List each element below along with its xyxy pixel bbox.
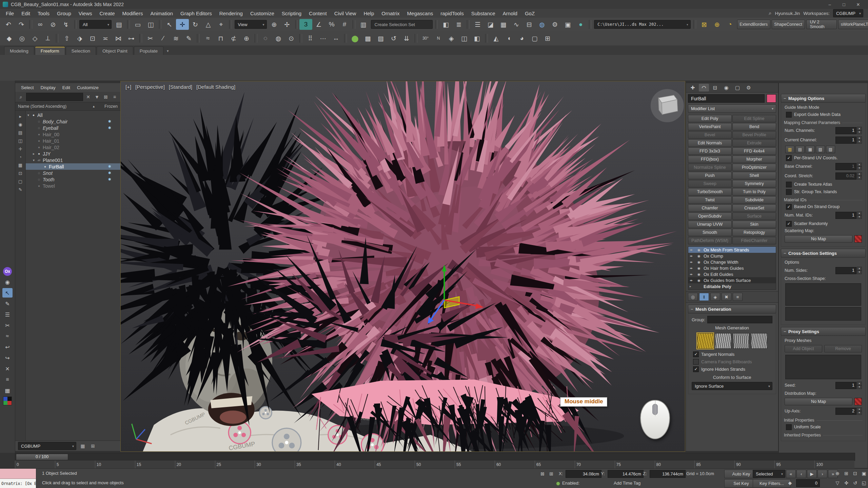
select-strands-icon[interactable]: ↖ <box>2 288 13 298</box>
cross-section-rollout-header[interactable]: − Cross-Section Settings <box>781 249 866 258</box>
macro-sworkplane-button[interactable]: sWorkPlaneLT <box>838 20 868 29</box>
separator[interactable] <box>589 20 592 29</box>
explorer-display-toggle-icon[interactable]: ▦ <box>79 442 86 450</box>
cut-icon[interactable]: ✂ <box>144 33 157 44</box>
separator[interactable] <box>29 20 32 29</box>
distribution-map-swatch[interactable] <box>854 398 862 405</box>
time-slider[interactable]: 0 / 100 <box>15 453 855 461</box>
unlink-selection-icon[interactable]: ⊘ <box>47 19 60 30</box>
stack-ox-guides-from-surface[interactable]: ◂▸ ◉ Ox Guides from Surface <box>688 277 776 283</box>
visibility-icon[interactable]: ◉ <box>697 248 702 252</box>
utilities-tab-icon[interactable]: ⚙ <box>744 84 754 92</box>
channel-uv-icon[interactable]: ▥ <box>785 146 794 153</box>
expand-arrow-icon[interactable]: ▾ <box>31 158 36 162</box>
select-and-scale-icon[interactable]: △ <box>202 19 215 30</box>
macro-shapeconnect-button[interactable]: ShapeConnect <box>772 20 805 29</box>
target-weld-icon[interactable]: ⊶ <box>125 33 138 44</box>
configure-modifier-sets-icon[interactable]: ≡ <box>733 293 743 301</box>
tangent-normals-checkbox[interactable]: ✓ Tangent Normals <box>688 350 776 358</box>
separator[interactable] <box>353 20 355 29</box>
mirror-icon[interactable]: ◧ <box>439 19 452 30</box>
unwrap-uvw-icon[interactable]: ▨ <box>374 33 387 44</box>
orbit-icon[interactable]: ↺ <box>851 479 859 487</box>
delete-strands-icon[interactable]: ✕ <box>2 364 13 373</box>
strand-group-texture-islands-checkbox[interactable]: Str. Group Tex. Islands <box>781 188 865 196</box>
explorer-tool-icon[interactable]: ▢ <box>17 178 24 185</box>
mod-skin-button[interactable]: Skin <box>732 221 776 228</box>
mirror-geometry-icon[interactable]: ◧ <box>471 33 484 44</box>
explorer-tool-icon[interactable]: ✛ <box>17 145 24 152</box>
soft-selection-icon[interactable]: ◎ <box>16 33 28 44</box>
proxy-mesh-list[interactable] <box>785 355 861 379</box>
extrude-icon[interactable]: ⇧ <box>60 33 73 44</box>
mod-subdivide-button[interactable]: Subdivide <box>732 196 776 204</box>
hair-cut-icon[interactable]: ✂ <box>2 321 13 330</box>
expand-arrow-icon[interactable]: ▾ <box>26 113 31 117</box>
stack-toggle-icon[interactable]: ◂▸ <box>690 266 696 270</box>
item-all[interactable]: ▾ ● All <box>26 112 120 118</box>
toggle-layer-explorer-icon[interactable]: ◪ <box>484 19 497 30</box>
item-hair-02[interactable]: ● Hair_02 <box>26 144 120 150</box>
listener-line[interactable]: Ornatrix: [Ox E <box>0 479 36 488</box>
viewport-menu-shading[interactable]: [Default Shading] <box>196 84 235 90</box>
swiftloop-icon[interactable]: ≋ <box>170 33 182 44</box>
explorer-tool-icon[interactable]: ▤ <box>17 129 24 136</box>
distribution-map-button[interactable]: No Map <box>785 398 852 405</box>
current-frame-field[interactable]: 0 <box>796 479 820 487</box>
create-selection-set-field[interactable]: Create Selection Set <box>371 20 433 29</box>
mod-push-button[interactable]: Push <box>688 172 732 179</box>
previous-frame-icon[interactable]: ‹ <box>796 470 806 478</box>
mesh-generation-rollout-header[interactable]: − Mesh Generation <box>688 305 776 313</box>
color-swatches[interactable] <box>3 396 12 405</box>
undo-brush-icon[interactable]: ↩ <box>2 342 13 352</box>
color-palette-icon[interactable]: ▦ <box>2 386 13 395</box>
key-mode-toggle-icon[interactable]: ◆ <box>786 479 794 487</box>
viewport-canvas[interactable]: CGBUMPCGBUMPCGBUMP <box>121 81 685 451</box>
material-editor-icon[interactable]: ◍ <box>536 19 549 30</box>
explorer-workspace-dropdown[interactable]: CGBUMP <box>18 442 76 450</box>
select-object-icon[interactable]: ↖ <box>163 19 176 30</box>
visibility-icon[interactable]: ◉ <box>697 260 702 264</box>
explorer-tool-icon[interactable]: ✎ <box>17 186 24 193</box>
toggle-ribbon-icon[interactable]: ▦ <box>497 19 510 30</box>
mod-pathdeform-wsm-button[interactable]: PathDeform (WSM) <box>688 237 732 244</box>
snaps-toggle-icon[interactable]: 3 <box>299 19 312 30</box>
mod-surface-button[interactable]: Surface <box>732 212 776 220</box>
scattering-map-button[interactable]: No Map <box>785 235 852 243</box>
seed-spinner[interactable]: 1 ▲▼ <box>835 382 862 389</box>
spacing-tool-icon[interactable]: ⋯ <box>317 33 330 44</box>
visibility-icon[interactable]: ◉ <box>697 272 702 276</box>
separator[interactable] <box>127 20 130 29</box>
menu-customize[interactable]: Customize <box>246 11 278 16</box>
item-hair-01[interactable]: ● Hair_01 <box>26 138 120 144</box>
stack-ox-mesh-from-strands[interactable]: ◂▸ ◉ Ox Mesh From Strands <box>688 247 776 253</box>
add-object-button[interactable]: Add Object <box>785 345 822 352</box>
paint-connect-icon[interactable]: ✎ <box>182 33 195 44</box>
explorer-filter-icon[interactable]: ▼ <box>93 93 101 101</box>
object-name-field[interactable]: FurBall <box>688 94 765 103</box>
user-account[interactable]: Hyunsuk.Jin <box>775 11 800 16</box>
play-icon[interactable]: ▶ <box>807 470 817 478</box>
explorer-tool-icon[interactable]: ◫ <box>17 137 24 144</box>
menu-arnold[interactable]: Arnold <box>499 11 521 16</box>
tab-populate[interactable]: Populate <box>134 46 163 55</box>
render-production-icon[interactable]: ● <box>574 19 587 30</box>
mesh-preview-cylindrical-icon[interactable] <box>697 333 713 349</box>
create-tab-icon[interactable]: ✚ <box>688 84 698 92</box>
menu-create[interactable]: Create <box>96 11 119 16</box>
normal-constraint-icon[interactable]: ⟂ <box>41 33 54 44</box>
explorer-tool-icon[interactable]: ◉ <box>17 121 24 128</box>
skin-wrap-icon[interactable]: ◖ <box>502 33 515 44</box>
menu-scripting[interactable]: Scripting <box>278 11 305 16</box>
item-jjy[interactable]: ▸ ● JJY <box>26 150 120 157</box>
explorer-grid-toggle-icon[interactable]: ⊞ <box>89 442 97 450</box>
add-time-tag[interactable]: Add Time Tag <box>614 481 640 486</box>
selection-filter-dropdown[interactable]: All <box>79 20 112 29</box>
separator[interactable] <box>56 34 59 43</box>
mod-sweep-button[interactable]: Sweep <box>688 180 732 187</box>
explorer-tool-icon[interactable]: ▦ <box>17 161 24 169</box>
array-icon[interactable]: ⠿ <box>304 33 317 44</box>
separator[interactable] <box>159 20 162 29</box>
track-bar[interactable]: 0510152025303540455055606570758085909510… <box>15 461 854 469</box>
stack-ox-change-width[interactable]: ◂▸ ◉ Ox Change Width <box>688 259 776 265</box>
